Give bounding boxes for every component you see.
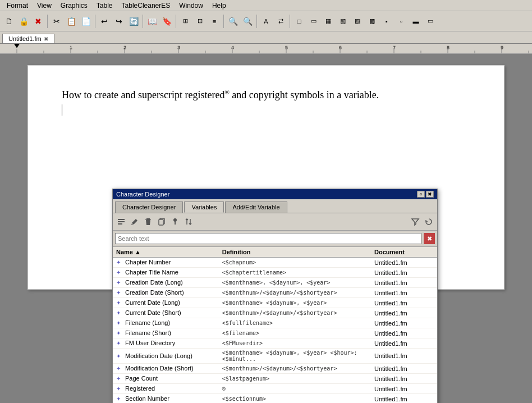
cell-doc: Untitled1.fm xyxy=(371,374,437,384)
dialog-btn-copy[interactable] xyxy=(155,216,168,228)
cell-doc: Untitled1.fm xyxy=(371,394,437,404)
table-row[interactable]: ✦Chapter Number <$chapnum> Untitled1.fm xyxy=(113,258,437,268)
cell-def: <$chapnum> xyxy=(219,258,371,268)
tab-untitled1[interactable]: Untitled1.fm ✖ xyxy=(2,34,54,43)
toolbar-zoom-in[interactable]: 🔍 xyxy=(241,15,254,28)
dialog-tab-variables[interactable]: Variables xyxy=(184,202,224,213)
toolbar-copy[interactable]: 📋 xyxy=(65,15,78,28)
cell-def: <$monthnum>/<$daynum>/<$shortyear> xyxy=(219,308,371,318)
dialog-btn-edit[interactable] xyxy=(129,216,141,228)
cell-name: ✦Chapter Title Name xyxy=(113,268,219,278)
toolbar-obj1[interactable]: □ xyxy=(292,15,306,28)
tab-label: Untitled1.fm xyxy=(8,35,42,42)
menu-tablecleaner[interactable]: TableCleanerES xyxy=(117,1,175,11)
dialog-tab-char-designer[interactable]: Character Designer xyxy=(115,202,183,213)
toolbar-obj8[interactable]: ▫ xyxy=(395,15,408,28)
toolbar-obj7[interactable]: ▪ xyxy=(380,15,393,28)
toolbar-zoom-out[interactable]: 🔍 xyxy=(226,15,240,28)
table-row[interactable]: ✦Modification Date (Short) <$monthnum>/<… xyxy=(113,364,437,374)
toolbar-obj6[interactable]: ▩ xyxy=(365,15,379,28)
table-row[interactable]: ✦Current Date (Short) <$monthnum>/<$dayn… xyxy=(113,308,437,318)
dialog-btn-delete[interactable] xyxy=(142,216,154,228)
cell-doc: Untitled1.fm xyxy=(371,328,437,338)
table-row[interactable]: ✦Filename (Short) <$filename> Untitled1.… xyxy=(113,328,437,338)
toolbar-lock[interactable]: 🔒 xyxy=(17,15,30,28)
toolbar-spell[interactable]: 📖 xyxy=(145,15,159,28)
dialog-btn-refresh[interactable] xyxy=(423,216,435,228)
toolbar-refresh[interactable]: 🔄 xyxy=(127,15,140,28)
svg-rect-0 xyxy=(118,219,125,220)
toolbar-undo[interactable]: ↩ xyxy=(98,15,111,28)
cell-name: ✦Page Count xyxy=(113,374,219,384)
menu-format[interactable]: Format xyxy=(2,1,33,11)
table-row[interactable]: ✦Registered ® Untitled1.fm xyxy=(113,384,437,394)
toolbar-bookmark[interactable]: 🔖 xyxy=(160,15,173,28)
dialog-tab-add-edit[interactable]: Add/Edit Variable xyxy=(225,202,287,213)
toolbar-text[interactable]: A xyxy=(259,15,273,28)
cell-doc: Untitled1.fm xyxy=(371,349,437,364)
table-row[interactable]: ✦Chapter Title Name <$chaptertitlename> … xyxy=(113,268,437,278)
dialog-btn-pin[interactable] xyxy=(169,216,181,228)
dialog-window-controls: « ✖ xyxy=(417,191,434,198)
toolbar-flow[interactable]: ⇄ xyxy=(274,15,287,28)
text-cursor xyxy=(62,104,62,116)
toolbar-cut[interactable]: ✂ xyxy=(50,15,63,28)
menu-table[interactable]: Table xyxy=(92,1,117,11)
table-row[interactable]: ✦FM User Directory <$FMuserdir> Untitled… xyxy=(113,338,437,349)
cell-name: ✦Creation Date (Short) xyxy=(113,288,219,298)
toolbar-new[interactable]: 🗋 xyxy=(2,15,16,28)
toolbar-obj2[interactable]: ▭ xyxy=(307,15,320,28)
table-row[interactable]: ✦Modification Date (Long) <$monthname> <… xyxy=(113,349,437,364)
menu-graphics[interactable]: Graphics xyxy=(56,1,92,11)
menu-view[interactable]: View xyxy=(33,1,56,11)
document-area: How to create and superscript registered… xyxy=(0,54,532,403)
cell-doc: Untitled1.fm xyxy=(371,338,437,349)
dialog-minimize[interactable]: « xyxy=(417,191,425,198)
col-header-name[interactable]: Name ▲ xyxy=(113,247,219,258)
table-row[interactable]: ✦Creation Date (Long) <$monthname>, <$da… xyxy=(113,278,437,288)
table-row[interactable]: ✦Creation Date (Short) <$monthnum>/<$day… xyxy=(113,288,437,298)
cell-doc: Untitled1.fm xyxy=(371,364,437,374)
table-row[interactable]: ✦Page Count <$lastpagenum> Untitled1.fm xyxy=(113,374,437,384)
toolbar-obj3[interactable]: ▦ xyxy=(322,15,335,28)
toolbar-align[interactable]: ≡ xyxy=(208,15,221,28)
cell-name: ✦Section Number xyxy=(113,394,219,404)
cell-name: ✦FM User Directory xyxy=(113,338,219,349)
toolbar-paste[interactable]: 📄 xyxy=(79,15,93,28)
tab-close-btn[interactable]: ✖ xyxy=(44,36,48,42)
col-header-document[interactable]: Document xyxy=(371,247,437,258)
toolbar-obj9[interactable]: ▬ xyxy=(409,15,423,28)
dialog-btn-view[interactable] xyxy=(115,216,127,228)
toolbar-close[interactable]: ✖ xyxy=(31,15,45,28)
toolbar-redo[interactable]: ↪ xyxy=(112,15,126,28)
toolbar-table2[interactable]: ⊡ xyxy=(193,15,207,28)
search-clear-btn[interactable]: ✖ xyxy=(424,233,435,244)
cell-name: ✦Current Date (Long) xyxy=(113,298,219,308)
dialog-close[interactable]: ✖ xyxy=(426,191,434,198)
cell-doc: Untitled1.fm xyxy=(371,268,437,278)
ruler-canvas xyxy=(0,44,532,53)
row-icon: ✦ xyxy=(116,330,123,337)
variables-table-wrapper[interactable]: Name ▲ Definition Document ✦Chapter Numb… xyxy=(113,247,437,403)
character-designer-dialog: Character Designer « ✖ Character Designe… xyxy=(112,189,438,403)
cell-name: ✦Filename (Long) xyxy=(113,318,219,328)
search-input[interactable] xyxy=(115,233,421,244)
col-header-definition[interactable]: Definition xyxy=(219,247,371,258)
table-row[interactable]: ✦Filename (Long) <$fullfilename> Untitle… xyxy=(113,318,437,328)
toolbar-table1[interactable]: ⊞ xyxy=(178,15,192,28)
table-row[interactable]: ✦Current Date (Long) <$monthname> <$dayn… xyxy=(113,298,437,308)
toolbar-sep4 xyxy=(176,15,176,28)
dialog-btn-filter[interactable] xyxy=(409,216,421,228)
toolbar-sep3 xyxy=(143,15,143,28)
dialog-toolbar xyxy=(113,213,437,231)
dialog-btn-sort[interactable] xyxy=(182,216,195,228)
toolbar-obj4[interactable]: ▧ xyxy=(336,15,350,28)
menu-window[interactable]: Window xyxy=(175,1,208,11)
toolbar-obj5[interactable]: ▨ xyxy=(351,15,364,28)
menu-help[interactable]: Help xyxy=(208,1,231,11)
table-row[interactable]: ✦Section Number <$sectionnum> Untitled1.… xyxy=(113,394,437,404)
row-icon: ✦ xyxy=(116,320,123,327)
toolbar-obj10[interactable]: ▭ xyxy=(424,15,437,28)
svg-rect-6 xyxy=(159,219,163,225)
cell-name: ✦Creation Date (Long) xyxy=(113,278,219,288)
